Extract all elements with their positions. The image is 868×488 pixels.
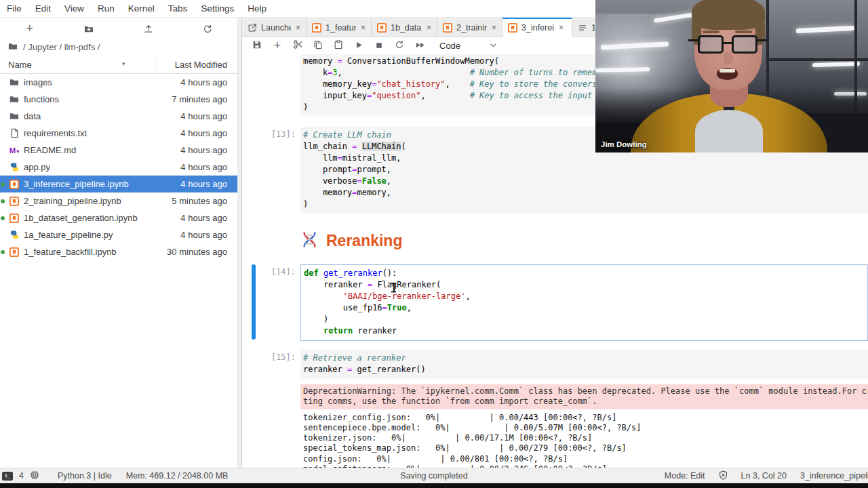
paste-cells-button[interactable] xyxy=(328,39,349,54)
paste-icon xyxy=(334,40,343,52)
bottom-black-strip xyxy=(0,483,868,488)
tab-1b-data-[interactable]: 1b_data:× xyxy=(372,18,437,37)
menu-run[interactable]: Run xyxy=(91,1,121,16)
insert-cell-button[interactable]: + xyxy=(267,39,288,54)
cell-editor[interactable]: # Retrieve a rerankerreranker = get_rera… xyxy=(300,350,868,379)
folder-icon xyxy=(9,94,20,105)
terminals-count[interactable]: 4 xyxy=(19,471,24,481)
upload-button[interactable] xyxy=(139,21,158,36)
ceiling-light xyxy=(796,26,854,33)
restart-kernel-button[interactable] xyxy=(389,39,410,54)
file-row-functions[interactable]: functions7 minutes ago xyxy=(0,91,237,108)
speaker-eyebrow xyxy=(735,30,752,33)
dna-icon xyxy=(300,230,319,251)
file-row-1b_dataset_generation.ipynb[interactable]: 1b_dataset_generation.ipynb4 hours ago xyxy=(0,209,237,226)
breadcrumb[interactable]: / Jupyter / llm-pdfs / xyxy=(0,38,237,56)
tab-launche[interactable]: Launche× xyxy=(242,18,307,37)
refresh-button[interactable] xyxy=(198,21,217,36)
tab-3-inferei[interactable]: 3_inferei× xyxy=(502,18,572,37)
column-header-last-modified[interactable]: Last Modified xyxy=(155,60,227,70)
trust-shield-icon[interactable] xyxy=(719,470,728,482)
breadcrumb-path[interactable]: / Jupyter / llm-pdfs / xyxy=(23,42,100,52)
cell-editor[interactable]: def get_reranker(): reranker = FlagReran… xyxy=(300,264,868,341)
column-header-name[interactable]: Name xyxy=(8,60,32,70)
file-modified-time: 4 hours ago xyxy=(180,230,237,240)
glasses-temple xyxy=(757,39,767,41)
file-name: 2_training_pipeline.ipynb xyxy=(24,196,121,206)
tab-close-icon[interactable]: × xyxy=(296,23,300,33)
menu-settings[interactable]: Settings xyxy=(194,1,241,16)
restart-run-all-button[interactable] xyxy=(410,39,430,54)
file-icon xyxy=(9,128,20,139)
glasses-temple xyxy=(688,39,698,41)
file-row-1_feature_backfill.ipynb[interactable]: 1_feature_backfill.ipynb30 minutes ago xyxy=(0,243,237,260)
markdown-icon: M▾ xyxy=(9,145,20,156)
notebook-icon xyxy=(9,179,20,190)
glass-partition-frame xyxy=(766,0,769,95)
file-row-README.md[interactable]: M▾README.md4 hours ago xyxy=(0,142,237,159)
file-modified-time: 4 hours ago xyxy=(180,213,237,223)
new-launcher-button[interactable]: + xyxy=(20,21,39,36)
panel-divider[interactable] xyxy=(237,18,242,468)
cell-prompt: [14]: xyxy=(242,264,300,341)
plus-icon: + xyxy=(274,39,281,52)
copy-cells-button[interactable] xyxy=(308,39,328,54)
stop-icon xyxy=(375,40,383,52)
file-modified-time: 4 hours ago xyxy=(180,179,237,189)
file-name: 1b_dataset_generation.ipynb xyxy=(24,213,138,223)
run-button[interactable] xyxy=(349,39,369,54)
kernel-running-dot xyxy=(1,250,5,254)
memory-usage: Mem: 469.12 / 2048.00 MB xyxy=(126,471,229,481)
save-button[interactable] xyxy=(247,39,267,54)
file-name: 1a_feature_pipeline.py xyxy=(24,230,113,240)
menu-kernel[interactable]: Kernel xyxy=(121,1,161,16)
stop-button[interactable] xyxy=(369,39,389,54)
cursor-position[interactable]: Ln 3, Col 20 xyxy=(741,471,787,481)
webcam-overlay: Jim Dowling xyxy=(595,0,868,152)
menu-tabs[interactable]: Tabs xyxy=(161,1,195,16)
kernel-chip-icon[interactable] xyxy=(30,470,39,482)
cell-type-chevron[interactable] xyxy=(489,40,498,52)
mode-indicator[interactable]: Mode: Edit xyxy=(665,471,705,481)
file-row-2_training_pipeline.ipynb[interactable]: 2_training_pipeline.ipynb5 minutes ago xyxy=(0,192,237,209)
tab-close-icon[interactable]: × xyxy=(361,23,366,33)
menu-edit[interactable]: Edit xyxy=(28,1,58,16)
file-browser-toolbar: + xyxy=(0,18,237,38)
menu-help[interactable]: Help xyxy=(241,1,273,16)
tab-close-icon[interactable]: × xyxy=(427,23,431,33)
markdown-heading-cell[interactable]: Reranking xyxy=(300,230,868,251)
tab-1-featur[interactable]: 1_featur× xyxy=(307,18,372,37)
notebook-icon xyxy=(508,23,517,33)
status-left-group: $_ 4 Python 3 | Idle Mem: 469.12 / 2048.… xyxy=(0,470,228,482)
tab-close-icon[interactable]: × xyxy=(559,23,564,33)
menu-file[interactable]: File xyxy=(0,1,28,16)
menu-view[interactable]: View xyxy=(58,1,91,16)
file-row-images[interactable]: images4 hours ago xyxy=(0,74,237,91)
speaker-hair xyxy=(692,0,765,30)
file-row-3_inference_pipeline.ipynb[interactable]: 3_inference_pipeline.ipynb4 hours ago xyxy=(0,176,237,192)
kernel-status[interactable]: Python 3 | Idle xyxy=(58,471,112,481)
cell-type-dropdown[interactable]: Code xyxy=(439,41,460,51)
cut-cells-button[interactable] xyxy=(288,39,308,54)
terminal-icon[interactable]: $_ xyxy=(2,472,13,481)
file-modified-time: 4 hours ago xyxy=(180,77,237,87)
file-name: README.md xyxy=(24,145,76,155)
save-status-message: Saving completed xyxy=(400,471,467,481)
sort-caret-icon[interactable]: ▾ xyxy=(122,60,125,67)
notebook-icon xyxy=(9,213,20,224)
file-name: 1_feature_backfill.ipynb xyxy=(24,247,117,257)
fast-forward-icon xyxy=(415,40,425,52)
code-cell[interactable]: [15]:# Retrieve a rerankerreranker = get… xyxy=(242,350,868,379)
tab-close-icon[interactable]: × xyxy=(492,23,496,33)
glasses-bridge xyxy=(724,42,732,44)
tab-2-trainir[interactable]: 2_trainir× xyxy=(437,18,502,37)
file-row-data[interactable]: data4 hours ago xyxy=(0,108,237,125)
file-row-1a_feature_pipeline.py[interactable]: 1a_feature_pipeline.py4 hours ago xyxy=(0,226,237,243)
file-row-requirements.txt[interactable]: requirements.txt4 hours ago xyxy=(0,125,237,142)
new-folder-button[interactable] xyxy=(79,21,98,36)
new-folder-icon xyxy=(83,24,94,34)
download-progress-output: tokenizer_config.json: 0%| | 0.00/443 [0… xyxy=(300,409,868,468)
file-row-app.py[interactable]: app.py4 hours ago xyxy=(0,159,237,176)
notebook-icon xyxy=(443,23,452,33)
code-cell-active[interactable]: [14]:def get_reranker(): reranker = Flag… xyxy=(242,264,868,341)
